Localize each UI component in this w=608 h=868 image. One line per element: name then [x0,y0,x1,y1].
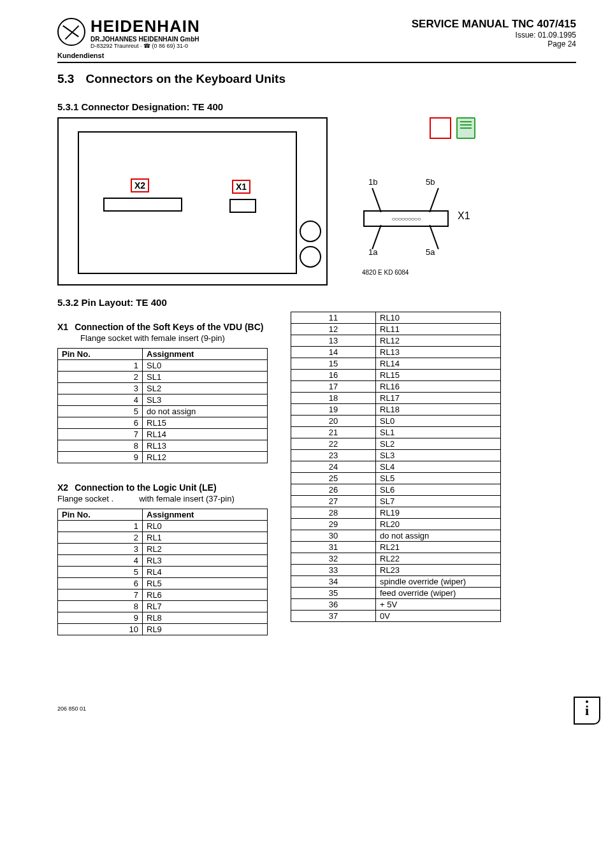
pin-assignment: 0V [376,611,501,622]
table-row: 15RL14 [291,358,501,370]
pin-assignment: RL1 [143,532,268,544]
pin-assignment: RL4 [143,567,268,578]
diagram-circle-icon [300,221,321,242]
pin-assignment: RL12 [143,452,268,463]
note-document-icon[interactable] [456,117,475,139]
connector-x1-label[interactable]: X1 [232,180,250,194]
pin-number: 27 [291,496,376,507]
pin-assignment: SL1 [376,427,501,438]
pin-number: 1 [58,360,143,372]
pin-number: 22 [291,438,376,450]
pin-number: 36 [291,599,376,611]
pin-number: 2 [58,532,143,544]
x1-description: Flange socket with female insert (9-pin) [80,333,268,343]
pin-assignment: RL19 [376,507,501,519]
pin-number: 4 [58,394,143,406]
pin-assignment: RL5 [143,578,268,590]
x1-heading: X1 Connection of the Soft Keys of the VD… [57,322,268,332]
pin-assignment: RL15 [143,417,268,429]
table-row: 5RL4 [58,567,268,578]
kundendienst-label: Kundendienst [57,52,200,59]
table-row: 16RL15 [291,370,501,381]
table-row: 5do not assign [58,406,268,417]
x2-code: X2 [57,482,68,493]
company-name: HEIDENHAIN [90,18,200,34]
pin-assignment: SL0 [143,360,268,372]
heidenhain-logo-icon [57,18,85,46]
table-row: 11RL10 [291,312,501,324]
pin-assignment: RL8 [143,612,268,624]
pin-assignment: SL2 [376,438,501,450]
pin-number: 4 [58,555,143,567]
table-row: 1RL0 [58,521,268,532]
table-row: 7RL14 [58,429,268,440]
table-row: 29RL20 [291,519,501,530]
pin-assignment: spindle override (wiper) [376,576,501,588]
table-row: 23SL3 [291,450,501,461]
table-row: 13RL12 [291,335,501,347]
pin-number: 33 [291,565,376,576]
table-row: 4RL3 [58,555,268,567]
highlight-box-icon[interactable] [430,117,451,139]
table-row: 3SL2 [58,383,268,394]
pin-label-5b: 5b [426,177,435,187]
section-number: 5.3 [57,72,74,86]
pin-assignment: RL12 [376,335,501,347]
pin-assignment: RL20 [376,519,501,530]
table-row: 34spindle override (wiper) [291,576,501,588]
pin-number: 1 [58,521,143,532]
pin-assignment: SL1 [143,372,268,383]
pin-number: 5 [58,567,143,578]
table-row: 8RL7 [58,601,268,612]
subsection-531-heading: 5.3.1 Connector Designation: TE 400 [57,101,576,112]
table-row: 2SL1 [58,372,268,383]
connector-x1-shape [229,199,256,213]
company-address: D-83292 Traunreut · ☎ (0 86 69) 31-0 [90,43,200,49]
page-number: Page 24 [412,40,576,48]
pin-number: 9 [58,612,143,624]
pin-number: 30 [291,530,376,542]
pin-assignment: RL14 [376,358,501,370]
table-row: 7RL6 [58,590,268,601]
pin-number: 34 [291,576,376,588]
table-row: 20SL0 [291,416,501,427]
pin-assignment: SL4 [376,461,501,473]
info-icon[interactable]: i [574,697,600,725]
pin-number: 28 [291,507,376,519]
pin-number: 16 [291,370,376,381]
table-row: 33RL23 [291,565,501,576]
pin-number: 37 [291,611,376,622]
pin-number: 3 [58,544,143,555]
table-row: 28RL19 [291,507,501,519]
pin-assignment: RL9 [143,624,268,635]
x2-title: Connection to the Logic Unit (LE) [75,482,216,493]
pin-assignment: RL23 [376,565,501,576]
pin-assignment: SL3 [143,394,268,406]
pin-assignment: RL11 [376,324,501,335]
pin-number: 17 [291,381,376,393]
table-row: 4SL3 [58,394,268,406]
x1-pin-table: Pin No. Assignment 1SL02SL13SL24SL35do n… [57,348,268,463]
table-row: 14RL13 [291,347,501,358]
subsection-532-heading: 5.3.2 Pin Layout: TE 400 [57,297,576,308]
table-row: 22SL2 [291,438,501,450]
table-row: 21SL1 [291,427,501,438]
table-row: 19RL18 [291,404,501,416]
pin-assignment: RL14 [143,429,268,440]
table-row: 2RL1 [58,532,268,544]
pin-assignment: RL2 [143,544,268,555]
table-row: 30do not assign [291,530,501,542]
manual-title: SERVICE MANUAL TNC 407/415 [412,18,576,31]
pin-number: 6 [58,578,143,590]
pin-number: 13 [291,335,376,347]
connector-x2-label[interactable]: X2 [131,178,149,192]
pin-label-1b: 1b [368,177,377,187]
table-row: 27SL7 [291,496,501,507]
x1-title: Connection of the Soft Keys of the VDU (… [75,322,263,332]
section-heading: 5.3 Connectors on the Keyboard Units [57,72,576,86]
figure-reference: 4820 E KD 6084 [362,269,516,276]
page-header: HEIDENHAIN DR.JOHANNES HEIDENHAIN GmbH D… [57,18,576,63]
table-row: 9RL8 [58,612,268,624]
x2-description: Flange socket . with female insert (37-p… [57,494,268,503]
pin-assignment: SL3 [376,450,501,461]
